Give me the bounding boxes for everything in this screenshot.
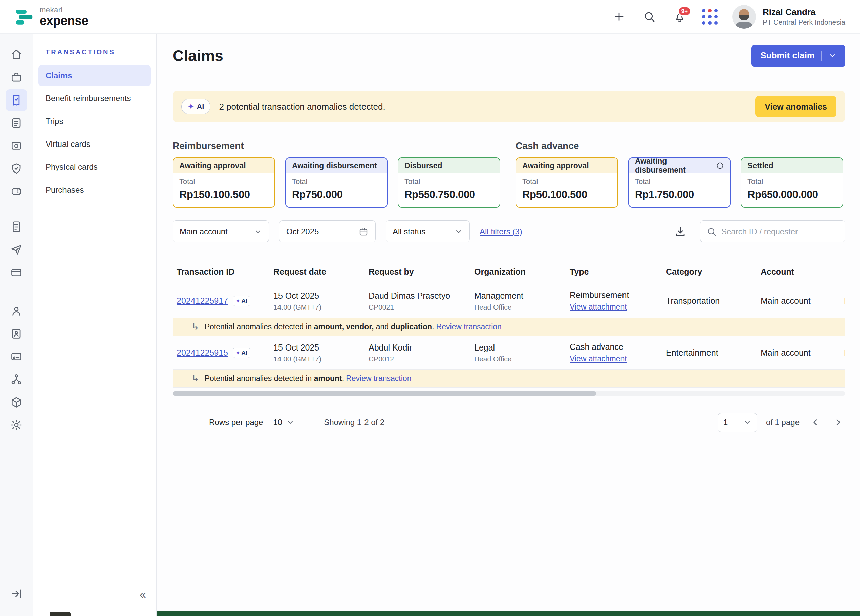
account-filter-select[interactable]: Main account — [173, 220, 269, 242]
chevron-left-icon — [810, 417, 820, 427]
card-total-label: Total — [179, 178, 268, 186]
rail-claims-button[interactable] — [6, 90, 27, 111]
page-count-text: of 1 page — [766, 418, 800, 427]
submit-claim-button[interactable]: Submit claim — [752, 45, 845, 67]
brand-name: mekari — [40, 6, 88, 14]
account: Main account — [761, 296, 840, 306]
table-row[interactable]: 20241225915 ✦ AI 15 Oct 2025 14:00 (GMT+… — [173, 336, 845, 370]
rail-documents-button[interactable] — [6, 112, 27, 134]
rail-integrations-button[interactable] — [6, 391, 27, 413]
scrollbar-thumb[interactable] — [173, 391, 596, 396]
rail-settings-button[interactable] — [6, 414, 27, 436]
rail-billing-button[interactable] — [6, 346, 27, 367]
status-filter-value: All status — [393, 227, 425, 236]
previous-page-button[interactable] — [808, 415, 822, 429]
rail-employees-button[interactable] — [6, 300, 27, 322]
all-filters-link[interactable]: All filters (3) — [480, 227, 523, 236]
rows-per-page-select[interactable]: Rows per page — [209, 418, 263, 427]
bank-card-icon — [10, 350, 23, 363]
app-switcher-button[interactable] — [702, 9, 717, 25]
category: Transportation — [666, 296, 761, 306]
card-status: Awaiting approval — [179, 161, 246, 170]
card-total-label: Total — [747, 178, 836, 186]
rail-expand-button[interactable] — [6, 583, 27, 605]
sidebar-item-claims[interactable]: Claims — [38, 65, 151, 86]
mekari-logo[interactable]: mekari expense — [15, 6, 88, 27]
info-icon[interactable] — [716, 162, 724, 170]
rail-invoices-button[interactable] — [6, 216, 27, 237]
notifications-button[interactable]: 9+ — [672, 9, 687, 25]
rail-approval-button[interactable] — [6, 158, 27, 179]
chevron-down-icon — [829, 52, 836, 60]
sidebar: TRANSACTIONS Claims Benefit reimbursemen… — [33, 34, 157, 616]
card-cash-advance-awaiting-approval[interactable]: Awaiting approval Total Rp50.100.500 — [516, 157, 618, 208]
review-transaction-link[interactable]: Review transaction — [346, 374, 411, 383]
main-content: Claims Submit claim ✦ AI 2 potential tra… — [157, 34, 860, 616]
rail-home-button[interactable] — [6, 44, 27, 65]
page-number-select[interactable]: 1 — [717, 413, 757, 432]
card-reimbursement-awaiting-approval[interactable]: Awaiting approval Total Rp150.100.500 — [173, 157, 275, 208]
rail-benefits-button[interactable] — [6, 181, 27, 202]
rail-cards-button[interactable] — [6, 262, 27, 283]
period-filter-select[interactable]: Oct 2025 — [279, 220, 375, 242]
ai-flag-badge: ✦ AI — [233, 296, 250, 306]
period-filter-value: Oct 2025 — [286, 227, 319, 236]
anomaly-row: ↳ Potential anomalies detected in amount… — [173, 318, 845, 336]
rail-organization-button[interactable] — [6, 369, 27, 390]
group-title: Reimbursement — [173, 140, 500, 151]
rail-capture-button[interactable] — [6, 135, 27, 157]
view-attachment-link[interactable]: View attachment — [570, 354, 627, 363]
sidebar-section-title: TRANSACTIONS — [46, 49, 151, 56]
sidebar-item-trips[interactable]: Trips — [38, 110, 151, 132]
view-anomalies-button[interactable]: View anomalies — [755, 96, 836, 117]
sidebar-collapse-button[interactable]: « — [140, 588, 146, 600]
requester-name: Abdul Kodir — [369, 343, 474, 352]
review-transaction-link[interactable]: Review transaction — [436, 322, 502, 331]
download-button[interactable] — [674, 225, 687, 238]
card-status: Awaiting approval — [523, 161, 589, 170]
rail-trips-button[interactable] — [6, 66, 27, 88]
sidebar-item-purchases[interactable]: Purchases — [38, 179, 151, 201]
search-icon — [706, 226, 717, 237]
search-input[interactable] — [721, 227, 839, 236]
sidebar-item-benefit-reimbursements[interactable]: Benefit reimbursements — [38, 88, 151, 109]
claim-receipt-icon — [10, 94, 23, 107]
card-cash-advance-settled[interactable]: Settled Total Rp650.000.000 — [741, 157, 843, 208]
employee-id: CP0021 — [369, 303, 474, 311]
transaction-id-link[interactable]: 20241225917 — [177, 296, 228, 306]
notification-count-badge: 9+ — [678, 6, 691, 16]
submit-claim-label: Submit claim — [760, 50, 814, 61]
icon-rail — [0, 34, 33, 616]
global-search-button[interactable] — [642, 9, 657, 25]
ticket-icon — [10, 185, 23, 198]
request-time: 14:00 (GMT+7) — [273, 303, 369, 311]
chevron-down-icon — [254, 228, 262, 236]
card-status: Settled — [747, 161, 773, 170]
sparkle-icon: ✦ — [236, 350, 240, 356]
transaction-id-link[interactable]: 20241225915 — [177, 348, 228, 358]
camera-icon — [10, 140, 23, 152]
card-reimbursement-awaiting-disbursement[interactable]: Awaiting disbursement Total Rp750.000 — [285, 157, 388, 208]
reimbursement-summary-group: Reimbursement Awaiting approval Total Rp… — [173, 140, 500, 208]
rows-per-page-value[interactable]: 10 — [273, 418, 294, 427]
user-icon — [10, 305, 23, 317]
sub-arrow-icon: ↳ — [191, 322, 199, 332]
view-attachment-link[interactable]: View attachment — [570, 302, 627, 311]
search-icon — [643, 10, 656, 23]
rail-employee-docs-button[interactable] — [6, 323, 27, 344]
chevron-down-icon — [455, 228, 463, 236]
category: Entertainment — [666, 348, 761, 358]
rail-disbursement-button[interactable] — [6, 239, 27, 261]
sidebar-item-physical-cards[interactable]: Physical cards — [38, 156, 151, 178]
box-icon — [10, 396, 23, 409]
sidebar-item-label: Physical cards — [46, 162, 98, 172]
table-row[interactable]: 20241225917 ✦ AI 15 Oct 2025 14:00 (GMT+… — [173, 284, 845, 318]
sidebar-item-virtual-cards[interactable]: Virtual cards — [38, 134, 151, 155]
next-page-button[interactable] — [831, 415, 845, 429]
card-cash-advance-awaiting-disbursement[interactable]: Awaiting disbursement Total Rp1.750.000 — [628, 157, 731, 208]
create-new-button[interactable] — [611, 9, 627, 25]
bottom-green-strip — [157, 611, 860, 616]
user-menu[interactable]: Rizal Candra PT Central Perk Indonesia — [732, 5, 845, 28]
card-reimbursement-disbursed[interactable]: Disbursed Total Rp550.750.000 — [398, 157, 500, 208]
status-filter-select[interactable]: All status — [386, 220, 470, 242]
